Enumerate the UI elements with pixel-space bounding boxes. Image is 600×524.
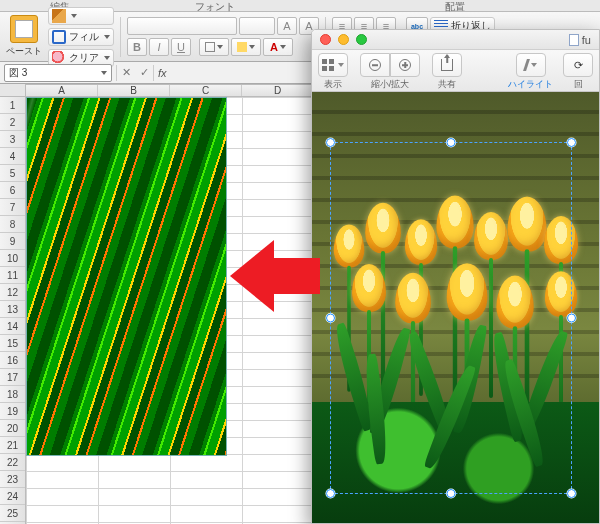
row-header[interactable]: 7 bbox=[0, 199, 25, 216]
row-header[interactable]: 22 bbox=[0, 454, 25, 471]
preview-window: fu 表示 縮小/拡大 共有 ハイライト ⟳ 回 bbox=[311, 29, 600, 524]
minimize-traffic-light[interactable] bbox=[338, 34, 349, 45]
rotate-label: 回 bbox=[574, 78, 583, 91]
row-header[interactable]: 19 bbox=[0, 403, 25, 420]
highlight-button[interactable] bbox=[516, 53, 546, 77]
selection-handle[interactable] bbox=[326, 489, 335, 498]
arrow-stem bbox=[274, 258, 320, 294]
italic-button[interactable]: I bbox=[149, 38, 169, 56]
format-painter-button[interactable] bbox=[48, 7, 114, 25]
selection-handle[interactable] bbox=[567, 314, 576, 323]
ribbon-separator bbox=[120, 17, 121, 57]
font-family-select[interactable] bbox=[127, 17, 237, 35]
share-group: 共有 bbox=[432, 53, 462, 88]
eraser-icon bbox=[52, 51, 66, 65]
row-header[interactable]: 17 bbox=[0, 369, 25, 386]
share-icon bbox=[441, 59, 453, 71]
row-header[interactable]: 10 bbox=[0, 250, 25, 267]
embedded-image[interactable] bbox=[26, 97, 227, 456]
name-box-value: 図 3 bbox=[9, 66, 27, 80]
document-title: fu bbox=[582, 34, 591, 46]
column-header[interactable]: B bbox=[98, 85, 170, 96]
row-header[interactable]: 2 bbox=[0, 114, 25, 131]
rotate-button[interactable]: ⟳ bbox=[563, 53, 593, 77]
row-header[interactable]: 5 bbox=[0, 165, 25, 182]
zoom-group: 縮小/拡大 bbox=[360, 53, 420, 88]
window-title: fu bbox=[569, 34, 591, 46]
cancel-formula-button[interactable]: ✕ bbox=[117, 64, 135, 82]
font-color-button[interactable]: A bbox=[263, 38, 293, 56]
selection-handle[interactable] bbox=[567, 138, 576, 147]
fx-label: fx bbox=[158, 67, 167, 79]
row-headers[interactable]: 1234567891011121314151617181920212223242… bbox=[0, 97, 26, 524]
highlight-group: ハイライト bbox=[508, 53, 553, 88]
row-header[interactable]: 18 bbox=[0, 386, 25, 403]
brush-icon bbox=[52, 9, 66, 23]
zoom-out-button[interactable] bbox=[360, 53, 390, 77]
column-header[interactable]: A bbox=[26, 85, 98, 96]
chevron-down-icon bbox=[531, 63, 537, 67]
grow-font-button[interactable]: A bbox=[277, 17, 297, 35]
image-canvas[interactable] bbox=[312, 92, 599, 523]
row-header[interactable]: 15 bbox=[0, 335, 25, 352]
grid-icon bbox=[322, 59, 334, 71]
preview-toolbar: 表示 縮小/拡大 共有 ハイライト ⟳ 回 bbox=[312, 50, 599, 92]
view-mode-button[interactable] bbox=[318, 53, 348, 77]
share-label: 共有 bbox=[438, 78, 456, 91]
clipboard-icon bbox=[10, 15, 38, 43]
chevron-down-icon bbox=[101, 71, 107, 75]
crop-selection[interactable] bbox=[330, 142, 572, 494]
row-header[interactable]: 11 bbox=[0, 267, 25, 284]
row-header[interactable]: 16 bbox=[0, 352, 25, 369]
close-traffic-light[interactable] bbox=[320, 34, 331, 45]
row-header[interactable]: 3 bbox=[0, 131, 25, 148]
row-header[interactable]: 14 bbox=[0, 318, 25, 335]
row-header[interactable]: 4 bbox=[0, 148, 25, 165]
arrow-left-icon bbox=[230, 240, 274, 312]
selection-handle[interactable] bbox=[326, 138, 335, 147]
underline-button[interactable]: U bbox=[171, 38, 191, 56]
column-header[interactable]: D bbox=[242, 85, 314, 96]
fill-color-button[interactable] bbox=[231, 38, 261, 56]
zoom-in-icon bbox=[399, 59, 411, 71]
column-header[interactable]: C bbox=[170, 85, 242, 96]
selection-handle[interactable] bbox=[567, 489, 576, 498]
view-group: 表示 bbox=[318, 53, 348, 88]
row-header[interactable]: 21 bbox=[0, 437, 25, 454]
selection-handle[interactable] bbox=[326, 314, 335, 323]
name-box[interactable]: 図 3 bbox=[4, 64, 112, 82]
accept-formula-button[interactable]: ✓ bbox=[135, 64, 153, 82]
row-header[interactable]: 12 bbox=[0, 284, 25, 301]
row-header[interactable]: 20 bbox=[0, 420, 25, 437]
row-header[interactable]: 25 bbox=[0, 505, 25, 522]
chevron-down-icon bbox=[104, 56, 110, 60]
rotate-group: ⟳ 回 bbox=[563, 53, 593, 88]
select-all-corner[interactable] bbox=[0, 84, 26, 97]
zoom-in-button[interactable] bbox=[390, 53, 420, 77]
row-header[interactable]: 13 bbox=[0, 301, 25, 318]
zoom-traffic-light[interactable] bbox=[356, 34, 367, 45]
zoom-out-icon bbox=[369, 59, 381, 71]
fill-icon bbox=[52, 30, 66, 44]
share-button[interactable] bbox=[432, 53, 462, 77]
row-header[interactable]: 8 bbox=[0, 216, 25, 233]
zoom-label: 縮小/拡大 bbox=[371, 78, 410, 91]
font-size-select[interactable] bbox=[239, 17, 275, 35]
row-header[interactable]: 9 bbox=[0, 233, 25, 250]
chevron-down-icon bbox=[71, 14, 77, 18]
bold-button[interactable]: B bbox=[127, 38, 147, 56]
titlebar[interactable]: fu bbox=[312, 30, 599, 50]
row-header[interactable]: 6 bbox=[0, 182, 25, 199]
chevron-down-icon bbox=[249, 45, 255, 49]
chevron-down-icon bbox=[280, 45, 286, 49]
paste-button[interactable]: ペースト bbox=[4, 15, 44, 58]
border-button[interactable] bbox=[199, 38, 229, 56]
document-icon bbox=[569, 34, 579, 46]
row-header[interactable]: 23 bbox=[0, 471, 25, 488]
selection-handle[interactable] bbox=[447, 489, 456, 498]
row-header[interactable]: 1 bbox=[0, 97, 25, 114]
fill-button[interactable]: フィル bbox=[48, 28, 114, 46]
clear-label: クリア bbox=[69, 51, 99, 65]
row-header[interactable]: 24 bbox=[0, 488, 25, 505]
selection-handle[interactable] bbox=[447, 138, 456, 147]
